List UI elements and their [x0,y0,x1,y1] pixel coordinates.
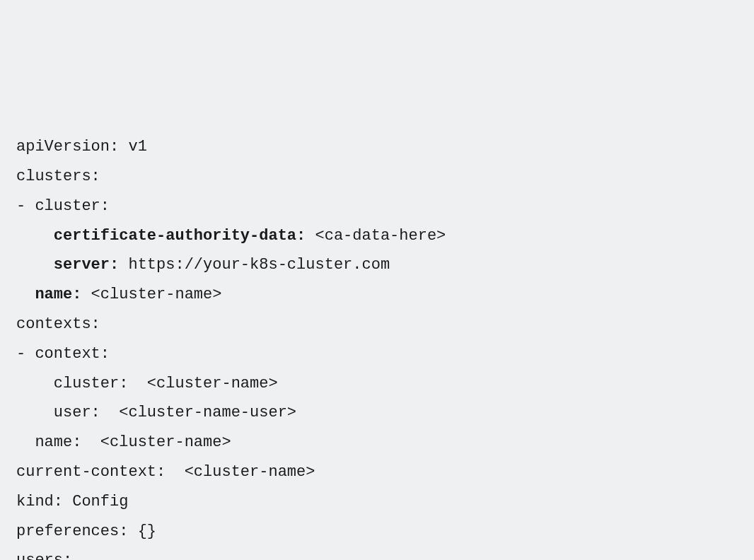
code-line-5: server: https://your-k8s-cluster.com [16,256,390,274]
code-line-14: preferences: {} [16,523,156,540]
code-line-12: current-context: <cluster-name> [16,463,315,481]
code-line-2: clusters: [16,168,100,185]
key-bold: server: [54,256,119,274]
kubeconfig-code-block: apiVersion: v1 clusters: - cluster: cert… [16,132,738,560]
value: https://your-k8s-cluster.com [119,256,390,274]
indent [16,227,54,245]
code-line-6: name: <cluster-name> [16,286,221,303]
code-line-3: - cluster: [16,197,110,215]
code-line-10: user: <cluster-name-user> [16,404,296,421]
key-bold: certificate-authority-data: [54,227,306,245]
code-line-4: certificate-authority-data: <ca-data-her… [16,227,446,245]
code-line-8: - context: [16,345,110,363]
value: <cluster-name> [81,286,221,303]
code-line-15: users: [16,552,72,560]
value: v1 [119,138,147,156]
key: apiVersion: [16,138,119,156]
indent [16,286,35,303]
code-line-1: apiVersion: v1 [16,138,147,156]
key-bold: name: [35,286,81,303]
indent [16,256,54,274]
code-line-11: name: <cluster-name> [16,433,231,451]
value: <ca-data-here> [306,227,446,245]
code-line-9: cluster: <cluster-name> [16,375,278,392]
code-line-7: contexts: [16,315,100,333]
code-line-13: kind: Config [16,493,128,511]
